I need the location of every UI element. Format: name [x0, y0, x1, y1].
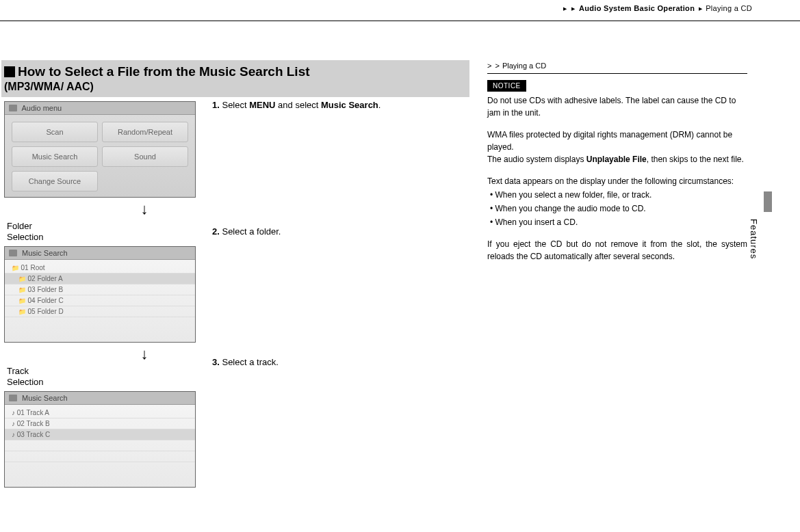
music-note-icon: [9, 395, 17, 401]
heading-subtitle: (MP3/WMA/ AAC): [4, 81, 463, 93]
step-3: 3. Select a track.: [212, 357, 469, 367]
section-heading: How to Select a File from the Music Sear…: [1, 60, 469, 97]
step-2: 2. Select a folder.: [212, 226, 469, 237]
bullet-item: When you insert a CD.: [487, 216, 747, 228]
screen-music-search-tracks: Music Search 01 Track A 02 Track B 03 Tr…: [4, 391, 196, 488]
menu-item-scan: Scan: [12, 122, 98, 142]
list-item: 05 Folder D: [5, 306, 195, 317]
tab-marker: [764, 191, 772, 212]
step-text: and select: [276, 100, 322, 110]
screen-title-text: Music Search: [22, 394, 68, 402]
menu-item-sound: Sound: [102, 146, 188, 167]
chevron-right-icon: ▶: [571, 6, 575, 11]
chevron-right-icon: ▶: [563, 6, 567, 11]
step-text: Select: [222, 100, 249, 110]
sidebar-heading-text: Playing a CD: [502, 62, 546, 70]
list-item: [5, 440, 195, 451]
breadcrumb-page: Playing a CD: [706, 4, 752, 12]
music-note-icon: [9, 105, 17, 111]
caption-folder-selection: Folder Selection: [7, 221, 203, 242]
menu-item-random-repeat: Random/Repeat: [102, 122, 188, 142]
text: , then skips to the next file.: [647, 155, 744, 164]
screen-title-text: Audio menu: [21, 104, 62, 112]
sidebar: > > Playing a CD NOTICE Do not use CDs w…: [487, 60, 747, 272]
list-item: 02 Folder A: [5, 274, 195, 284]
caption-line: Folder: [7, 221, 32, 231]
screen-music-search-folders: Music Search 01 Root 02 Folder A 03 Fold…: [4, 246, 196, 343]
step-text: .: [378, 100, 381, 110]
list-item: 04 Folder C: [5, 295, 195, 306]
step-text: Select a track.: [222, 357, 278, 367]
notice-text: Do not use CDs with adhesive labels. The…: [487, 94, 747, 119]
heading-title: How to Select a File from the Music Sear…: [18, 64, 310, 79]
music-note-icon: [9, 250, 17, 256]
breadcrumb-section: Audio System Basic Operation: [579, 4, 695, 12]
text: WMA files protected by digital rights ma…: [487, 130, 732, 152]
text: The audio system displays: [487, 155, 586, 164]
list-item: 03 Track C: [5, 429, 195, 440]
caption-line: Track: [7, 366, 29, 376]
list-item: 01 Root: [5, 263, 195, 274]
bullet-item: When you change the audio mode to CD.: [487, 202, 747, 215]
chevron-right-icon: ▶: [699, 6, 702, 11]
caption-line: Selection: [7, 377, 43, 387]
arrow-down-icon: ↓: [86, 347, 203, 362]
menu-item-music-search: Music Search: [12, 146, 98, 167]
screen-title: Audio menu: [5, 102, 195, 115]
caption-track-selection: Track Selection: [7, 366, 203, 387]
eject-note: If you eject the CD but do not remove it…: [487, 238, 747, 263]
tab-label: Features: [749, 219, 759, 259]
step-bold: Music Search: [321, 100, 378, 110]
step-bold: MENU: [249, 100, 275, 110]
text-data-intro: Text data appears on the display under t…: [487, 175, 747, 187]
menu-item-change-source: Change Source: [12, 171, 98, 191]
step-text: Select a folder.: [222, 226, 281, 237]
screen-title-text: Music Search: [22, 249, 68, 257]
list-item: [5, 451, 195, 462]
divider: [0, 21, 800, 21]
breadcrumb: ▶ ▶ Audio System Basic Operation ▶ Playi…: [562, 4, 752, 12]
screen-title: Music Search: [5, 392, 195, 405]
side-tab-features: Features: [749, 219, 759, 259]
text-bold: Unplayable File: [586, 155, 647, 164]
list-item: 02 Track B: [5, 418, 195, 429]
bullet-list: When you select a new folder, file, or t…: [487, 189, 747, 228]
screen-title: Music Search: [5, 247, 195, 260]
screen-audio-menu: Audio menu Scan Random/Repeat Music Sear…: [4, 101, 196, 198]
notice-badge: NOTICE: [487, 80, 526, 92]
drm-note: WMA files protected by digital rights ma…: [487, 129, 747, 153]
sidebar-heading: > > Playing a CD: [487, 60, 747, 74]
caption-line: Selection: [7, 232, 43, 242]
list-item: 01 Track A: [5, 408, 195, 418]
square-bullet-icon: [4, 66, 15, 77]
bullet-item: When you select a new folder, file, or t…: [487, 189, 747, 201]
arrow-down-icon: ↓: [86, 202, 203, 217]
list-item: 03 Folder B: [5, 284, 195, 295]
step-1: 1. Select MENU and select Music Search.: [212, 100, 469, 110]
drm-note-2: The audio system displays Unplayable Fil…: [487, 153, 747, 165]
